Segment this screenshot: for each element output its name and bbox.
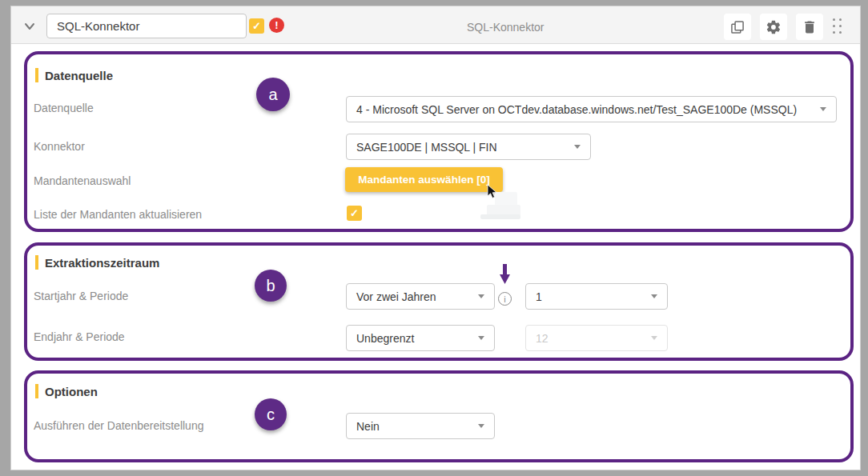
- endperiode-select-disabled: 12: [525, 325, 668, 351]
- error-indicator-icon: !: [269, 18, 284, 33]
- gear-icon: [766, 19, 782, 35]
- ausfuehren-select[interactable]: Nein: [346, 413, 495, 439]
- chevron-down-icon: [651, 336, 657, 340]
- ausfuehren-label: Ausführen der Datenbereitstellung: [34, 419, 203, 432]
- section-accent-bar: [35, 68, 38, 82]
- endjahr-select[interactable]: Unbegrenzt: [346, 325, 495, 351]
- chevron-down-icon: [574, 145, 581, 149]
- chevron-down-icon: [478, 294, 484, 298]
- startjahr-periode-label: Startjahr & Periode: [34, 290, 128, 302]
- section-heading-extraktionszeitraum: Extraktionszeitraum: [35, 255, 159, 270]
- section-heading-optionen: Optionen: [35, 384, 98, 398]
- mouse-cursor: [487, 184, 499, 200]
- section-accent-bar: [35, 384, 38, 398]
- valid-check-icon[interactable]: ✓: [249, 18, 264, 34]
- section-heading-datenquelle: Datenquelle: [35, 68, 113, 82]
- startperiode-select[interactable]: 1: [525, 283, 668, 310]
- annotation-badge-a: a: [256, 78, 290, 111]
- panel-title: SQL-Konnektor: [467, 21, 545, 34]
- delete-button[interactable]: [796, 14, 823, 40]
- settings-button[interactable]: [760, 14, 787, 40]
- annotation-badge-c: c: [255, 398, 287, 430]
- endjahr-periode-label: Endjahr & Periode: [34, 330, 125, 343]
- collapse-chevron-icon[interactable]: [22, 19, 37, 34]
- annotation-arrow-down: [499, 263, 511, 286]
- startjahr-select[interactable]: Vor zwei Jahren: [346, 283, 495, 310]
- liste-mandanten-checkbox[interactable]: ✓: [347, 206, 362, 221]
- section-accent-bar: [35, 255, 38, 270]
- trash-icon: [802, 19, 818, 35]
- chevron-down-icon: [478, 336, 484, 340]
- mandantenauswahl-label: Mandantenauswahl: [34, 174, 131, 187]
- tooltip-remnant: [480, 214, 520, 219]
- chevron-down-icon: [651, 294, 657, 298]
- annotation-badge-b: b: [255, 270, 287, 302]
- datenquelle-select[interactable]: 4 - Microsoft SQL Server on OCTdev.datab…: [346, 96, 837, 122]
- copy-icon: [729, 19, 745, 35]
- mandanten-auswaehlen-button[interactable]: Mandanten auswählen [0]: [345, 167, 503, 192]
- duplicate-button[interactable]: [724, 14, 751, 40]
- drag-handle-icon[interactable]: [833, 18, 843, 36]
- chevron-down-icon: [820, 107, 826, 111]
- liste-mandanten-label: Liste der Mandanten aktualisieren: [34, 208, 202, 221]
- chevron-down-icon: [478, 424, 484, 428]
- datenquelle-label: Datenquelle: [34, 102, 94, 114]
- konnektor-select[interactable]: SAGE100DE | MSSQL | FIN: [346, 134, 591, 160]
- info-icon[interactable]: i: [498, 292, 512, 306]
- sql-konnektor-panel: ✓ ! SQL-Konnektor Datenquelle a Datenque…: [0, 0, 868, 476]
- connector-name-input[interactable]: [46, 14, 247, 38]
- konnektor-label: Konnektor: [34, 140, 85, 153]
